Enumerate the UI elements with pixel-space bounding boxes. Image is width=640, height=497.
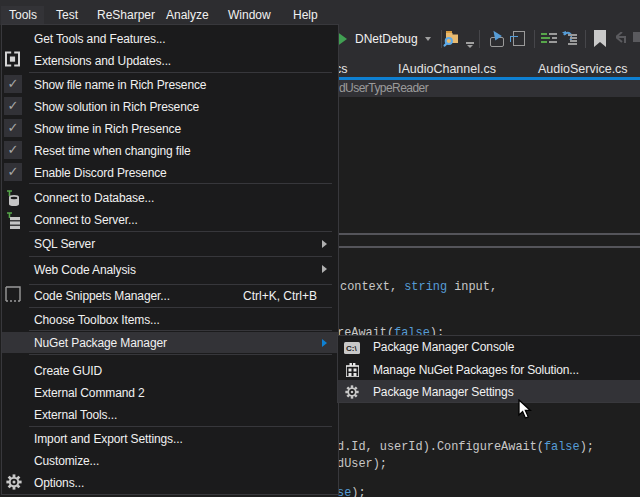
svg-text:C:\: C:\ (346, 344, 357, 353)
